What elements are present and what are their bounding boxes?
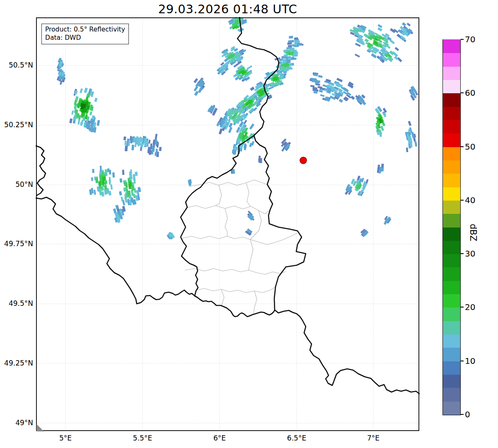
colorbar: [442, 39, 461, 415]
colorbar-segment: [443, 388, 460, 402]
colorbar-segment: [443, 174, 460, 187]
product-info-box: Product: 0.5° Reflectivity Data: DWD: [41, 24, 129, 44]
lat-tick-label: 50°N: [0, 180, 33, 189]
colorbar-segment: [443, 200, 460, 214]
colorbar-tick-label: 50: [465, 142, 475, 152]
colorbar-segment: [443, 294, 460, 308]
colorbar-tick: [461, 39, 464, 40]
colorbar-segment: [443, 254, 460, 268]
colorbar-tick: [461, 200, 464, 201]
colorbar-tick: [461, 92, 464, 93]
colorbar-tick: [461, 307, 464, 308]
lon-tick-label: 5°E: [47, 434, 84, 442]
colorbar-unit-label: dBZ: [468, 224, 478, 241]
map-frame: [36, 18, 419, 431]
colorbar-segment: [443, 214, 460, 228]
radar-figure: 29.03.2026 01:48 UTC Product: 0.5° Refle…: [0, 0, 498, 448]
colorbar-segment: [443, 361, 460, 375]
plot-title: 29.03.2026 01:48 UTC: [36, 2, 419, 16]
lon-tick-label: 6.5°E: [278, 434, 315, 442]
colorbar-segment: [443, 334, 460, 348]
lat-tick-label: 49.25°N: [0, 359, 33, 368]
colorbar-segment: [443, 281, 460, 294]
colorbar-tick-label: 30: [465, 249, 475, 259]
lon-tick-label: 5.5°E: [124, 434, 161, 442]
colorbar-segment: [443, 321, 460, 334]
data-source-label: Data: DWD: [45, 34, 125, 42]
radar-site-marker: [300, 157, 307, 164]
colorbar-segment: [443, 80, 460, 93]
colorbar-tick-label: 10: [465, 356, 475, 366]
colorbar-segment: [443, 120, 460, 133]
colorbar-segment: [443, 66, 460, 80]
graticule: [36, 17, 419, 431]
lon-tick-label: 6°E: [201, 434, 238, 442]
colorbar-tick-label: 0: [465, 409, 470, 419]
colorbar-segment: [443, 308, 460, 321]
colorbar-segment: [443, 187, 460, 201]
colorbar-segment: [443, 374, 460, 388]
lat-tick-label: 49.5°N: [0, 299, 33, 308]
colorbar-tick: [461, 146, 464, 147]
colorbar-segment: [443, 53, 460, 67]
colorbar-tick: [461, 361, 464, 361]
colorbar-tick-label: 60: [465, 88, 475, 98]
colorbar-segment: [443, 93, 460, 107]
product-label: Product: 0.5° Reflectivity: [45, 25, 125, 34]
country-borders: [36, 17, 419, 394]
colorbar-tick: [461, 414, 464, 415]
colorbar-segment: [443, 227, 460, 241]
colorbar-segment: [443, 348, 460, 361]
colorbar-segment: [443, 401, 460, 415]
colorbar-segment: [443, 107, 460, 120]
colorbar-segment: [443, 147, 460, 160]
district-borders: [182, 180, 297, 315]
radar-map: [36, 17, 420, 431]
colorbar-tick-label: 20: [465, 302, 475, 312]
colorbar-segment: [443, 160, 460, 174]
lat-tick-label: 50.5°N: [0, 61, 33, 70]
colorbar-segment: [443, 267, 460, 281]
colorbar-segment: [443, 240, 460, 254]
lat-tick-label: 50.25°N: [0, 121, 33, 130]
colorbar-tick: [461, 253, 464, 254]
colorbar-tick-label: 70: [465, 34, 475, 44]
lat-tick-label: 49.75°N: [0, 240, 33, 249]
colorbar-tick-label: 40: [465, 195, 475, 205]
colorbar-segment: [443, 133, 460, 147]
lon-tick-label: 7°E: [355, 434, 392, 442]
colorbar-segment: [443, 39, 460, 53]
reflectivity-echoes: [57, 17, 418, 240]
lat-tick-label: 49°N: [0, 419, 33, 428]
